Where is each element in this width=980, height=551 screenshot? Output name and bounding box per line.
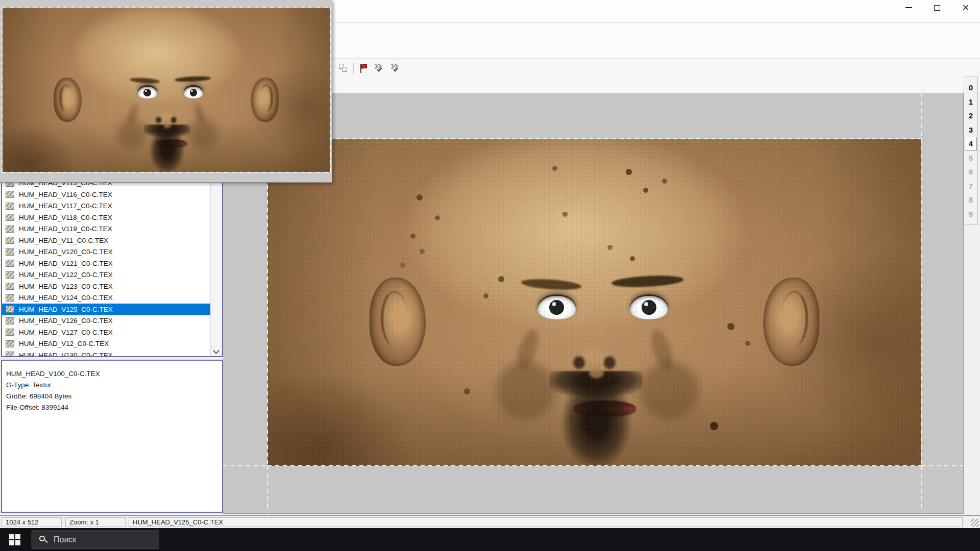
texture-file-icon xyxy=(6,306,14,313)
list-item-selected[interactable]: HUM_HEAD_V125_C0-C.TEX xyxy=(2,304,210,315)
preview-border-left xyxy=(2,7,3,172)
list-item[interactable]: HUM_HEAD_V119_C0-C.TEX xyxy=(2,223,210,235)
texture-file-icon xyxy=(6,283,14,290)
resize-grip[interactable] xyxy=(971,519,979,527)
list-item[interactable]: HUM_HEAD_V123_C0-C.TEX xyxy=(2,281,210,292)
minimize-button[interactable] xyxy=(894,0,923,15)
guide-line-bottom-right-v xyxy=(921,466,922,514)
toolbar-chevron-check-icon[interactable] xyxy=(373,63,384,73)
preview-border-right xyxy=(330,7,331,172)
texture-file-icon xyxy=(6,294,14,302)
texture-file-list[interactable]: HUM_HEAD_V115_C0-C.TEX HUM_HEAD_V116_C0-… xyxy=(1,176,223,357)
texture-image-main xyxy=(267,139,921,466)
mip-level-7: 7 xyxy=(965,179,977,193)
list-item[interactable]: HUM_HEAD_V118_C0-C.TEX xyxy=(2,212,210,223)
stubble-left xyxy=(117,119,146,149)
minimize-icon xyxy=(905,7,912,8)
toolbar-separator xyxy=(353,63,354,74)
preview-border-bottom xyxy=(2,172,330,173)
right-ear xyxy=(251,78,279,122)
toolbar-chevron-cross-icon[interactable] xyxy=(389,63,401,73)
search-placeholder: Поиск xyxy=(54,535,76,544)
close-button[interactable]: × xyxy=(951,0,980,15)
mip-level-9: 9 xyxy=(965,207,977,221)
status-zoom: Zoom: x 1 xyxy=(65,517,126,527)
window-controls: × xyxy=(894,0,980,15)
texture-file-icon xyxy=(6,352,14,357)
stubble-right xyxy=(189,119,218,149)
list-item[interactable]: HUM_HEAD_V121_C0-C.TEX xyxy=(2,258,210,269)
texture-info-panel: HUM_HEAD_V100_C0-C.TEX G-Type: Textur Gr… xyxy=(1,360,223,513)
list-item[interactable]: HUM_HEAD_V127_C0-C.TEX xyxy=(2,327,210,338)
mip-level-8: 8 xyxy=(965,193,977,207)
texture-noise xyxy=(267,139,921,466)
texture-file-icon xyxy=(6,226,14,233)
texture-preview-window[interactable] xyxy=(0,0,332,183)
mip-level-5: 5 xyxy=(965,151,977,165)
list-item[interactable]: HUM_HEAD_V12_C0-C.TEX xyxy=(2,338,210,350)
info-filename: HUM_HEAD_V100_C0-C.TEX xyxy=(6,370,100,378)
status-filename: HUM_HEAD_V125_C0-C.TEX xyxy=(129,517,963,527)
info-gtype: G-Type: Textur xyxy=(6,381,51,389)
taskbar-search-input[interactable]: Поиск xyxy=(32,531,159,548)
selection-border-left xyxy=(267,139,268,466)
list-item[interactable]: HUM_HEAD_V116_C0-C.TEX xyxy=(2,189,210,201)
guide-line-bottom-left-h xyxy=(223,465,267,466)
texture-file-icon xyxy=(6,260,14,267)
texture-file-icon xyxy=(6,203,14,210)
mip-level-1[interactable]: 1 xyxy=(965,95,977,109)
maximize-icon xyxy=(934,5,940,11)
taskbar: Поиск L e 1 xyxy=(0,528,980,551)
list-item[interactable]: HUM_HEAD_V126_C0-C.TEX xyxy=(2,315,210,327)
info-size: Größe: 698404 Bytes xyxy=(6,392,71,400)
texture-file-icon xyxy=(6,340,14,347)
guide-line-bottom-left-v xyxy=(267,466,268,514)
texture-image-preview xyxy=(3,8,330,172)
face-texture xyxy=(267,139,921,466)
scroll-down-arrow-icon[interactable] xyxy=(213,347,219,354)
guide-line-bottom-right-h xyxy=(921,465,964,466)
face-texture-preview xyxy=(3,8,330,172)
close-icon: × xyxy=(963,3,969,13)
texture-file-icon xyxy=(6,191,14,198)
texture-canvas[interactable] xyxy=(223,93,964,514)
list-item[interactable]: HUM_HEAD_V11_C0-C.TEX xyxy=(2,235,210,246)
texture-file-icon xyxy=(6,248,14,256)
list-item[interactable]: HUM_HEAD_V120_C0-C.TEX xyxy=(2,246,210,258)
status-dimensions: 1024 x 512 xyxy=(2,517,62,527)
list-item[interactable]: HUM_HEAD_V124_C0-C.TEX xyxy=(2,292,210,304)
selection-border-top xyxy=(267,138,921,139)
toolbar-stack-icon[interactable] xyxy=(339,64,348,73)
texture-file-icon xyxy=(6,237,14,244)
info-offset: File-Offset: 8399144 xyxy=(6,404,68,411)
mip-level-6: 6 xyxy=(965,165,977,179)
texture-file-icon xyxy=(6,317,14,324)
maximize-button[interactable] xyxy=(923,0,951,15)
guide-line-top-right xyxy=(921,93,922,139)
selection-border-bottom xyxy=(267,465,921,466)
left-ear xyxy=(54,78,82,122)
preview-border-top xyxy=(2,7,330,8)
search-icon xyxy=(39,536,47,544)
screen: × xyxy=(0,0,980,551)
start-button[interactable] xyxy=(0,528,30,551)
statusbar: 1024 x 512 Zoom: x 1 HUM_HEAD_V125_C0-C.… xyxy=(0,515,980,528)
list-scrollbar[interactable] xyxy=(210,177,222,356)
goatee xyxy=(145,129,189,172)
right-eye xyxy=(184,87,203,98)
windows-logo-icon xyxy=(9,534,20,545)
mip-level-4-active[interactable]: 4 xyxy=(965,137,977,151)
list-item[interactable]: HUM_HEAD_V117_C0-C.TEX xyxy=(2,201,210,212)
left-eye xyxy=(138,87,157,98)
toolbar-red-flag-icon[interactable] xyxy=(359,63,368,73)
mip-level-0[interactable]: 0 xyxy=(965,81,977,94)
list-item[interactable]: HUM_HEAD_V122_C0-C.TEX xyxy=(2,269,210,281)
mip-level-2[interactable]: 2 xyxy=(965,109,977,122)
texture-file-icon xyxy=(6,271,14,279)
selection-border-right xyxy=(921,139,922,466)
texture-file-icon xyxy=(6,214,14,221)
texture-file-icon xyxy=(6,329,14,336)
list-item[interactable]: HUM_HEAD_V130_C0-C.TEX xyxy=(2,349,210,357)
mip-level-3[interactable]: 3 xyxy=(965,123,977,137)
